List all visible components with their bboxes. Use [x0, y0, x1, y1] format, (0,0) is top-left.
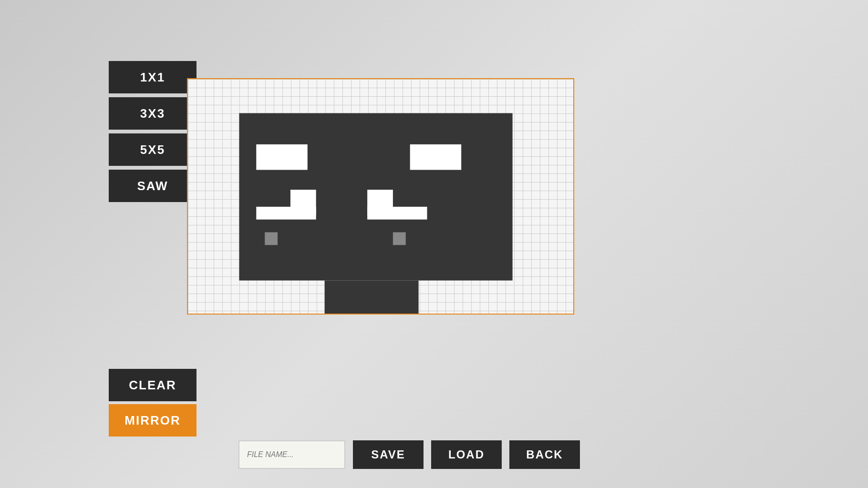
pixel-drawing[interactable] [188, 79, 573, 314]
svg-rect-7 [367, 207, 427, 220]
mirror-button[interactable]: MIRROR [109, 404, 196, 437]
back-button[interactable]: BACK [509, 440, 580, 469]
file-name-input[interactable] [238, 440, 345, 469]
brush-3x3-button[interactable]: 3x3 [109, 97, 196, 130]
svg-rect-5 [256, 207, 316, 220]
svg-rect-8 [265, 232, 278, 245]
brush-saw-button[interactable]: SAW [109, 170, 196, 202]
pixel-canvas-container[interactable] [187, 78, 574, 315]
brush-5x5-button[interactable]: 5x5 [109, 133, 196, 166]
svg-rect-9 [393, 232, 406, 245]
bottom-toolbar: SAVE LOAD BACK [238, 440, 580, 469]
load-button[interactable]: LOAD [431, 440, 502, 469]
svg-rect-1 [325, 281, 419, 314]
save-button[interactable]: SAVE [353, 440, 424, 469]
brush-1x1-button[interactable]: 1x1 [109, 61, 196, 93]
brush-panel: 1x1 3x3 5x5 SAW [109, 61, 196, 202]
svg-rect-3 [410, 144, 461, 170]
clear-button[interactable]: CLEAR [109, 369, 196, 401]
svg-rect-2 [256, 144, 307, 170]
bottom-left-panel: CLEAR MIRROR [109, 369, 196, 437]
